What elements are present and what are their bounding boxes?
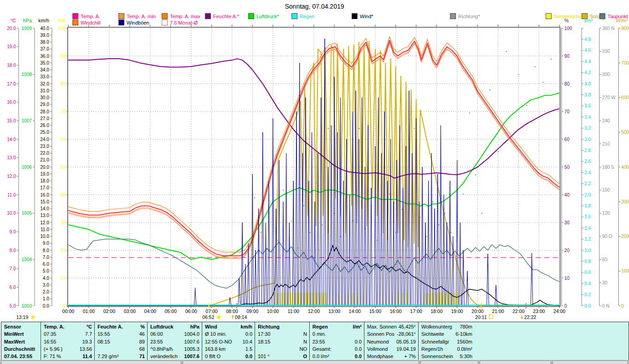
table-row: Ø 10 min.0.0 — [202, 330, 255, 338]
table-cell: % — [140, 323, 145, 331]
svg-text:24:00: 24:00 — [553, 308, 565, 314]
table-col-luftdruck: LuftdruckhPa06:001004.023:551007.6^0.8hP… — [147, 322, 202, 360]
series-solar — [68, 41, 559, 306]
svg-text:40: 40 — [61, 192, 66, 197]
table-row: F: 71 %11.4 — [41, 353, 95, 360]
svg-text:16.0: 16.0 — [40, 192, 49, 197]
table-row: 17:30N — [255, 330, 310, 338]
table-row: 163.8 km1.5 — [202, 345, 255, 353]
svg-text:26.0: 26.0 — [40, 123, 49, 128]
table-cell: 06:00 — [150, 330, 163, 338]
table-col-conditions: Wolkenunterg780mSichtweite6-10kmSchneefa… — [418, 322, 475, 360]
table-row: Vollmond19.04.19 — [364, 345, 419, 353]
table-row: Windkm/h — [202, 323, 255, 331]
table-row: 07.04. 23:55 — [1, 353, 40, 360]
table-row: 0 min. — [310, 330, 364, 338]
svg-text:1.2: 1.2 — [584, 237, 591, 242]
svg-text:12.0: 12.0 — [40, 220, 49, 225]
status-bar-segment — [480, 360, 551, 364]
table-row: Temp. A.°C — [41, 323, 95, 331]
table-cell: 13.56 — [79, 345, 92, 353]
svg-text:4.4: 4.4 — [584, 59, 591, 64]
moonset-icon — [230, 315, 234, 319]
table-row: Regenl/m² — [310, 323, 364, 331]
svg-text:9.0: 9.0 — [43, 241, 49, 246]
table-row: 7.29 g/m³71 — [95, 353, 148, 360]
svg-text:1007: 1007 — [21, 118, 32, 123]
svg-text:18.0: 18.0 — [40, 178, 49, 183]
table-cell: 68 — [139, 345, 145, 353]
sun-marker-label: 20:11 — [475, 314, 487, 320]
svg-text:3.6: 3.6 — [584, 103, 591, 108]
svg-text:80: 80 — [61, 81, 66, 86]
svg-text:20:00: 20:00 — [471, 308, 483, 314]
table-cell: ^0.8hPa/h — [150, 345, 173, 353]
svg-text:3.0: 3.0 — [584, 137, 591, 142]
table-cell: 16:55 — [44, 338, 56, 346]
table-cell: 780m — [460, 323, 472, 331]
status-bar — [0, 360, 629, 364]
table-cell: 23:55 — [312, 338, 325, 346]
table-cell: 07:35 — [44, 330, 56, 338]
table-col-temp: Temp. A.°C07:357.716:5519.3(+ 5.96 )13.5… — [41, 322, 95, 360]
svg-text:600: 600 — [621, 95, 629, 100]
svg-text:90: 90 — [61, 54, 66, 59]
table-row: 16:5519.3 — [41, 338, 95, 346]
table-cell: 101 ° — [258, 353, 270, 360]
svg-text:10:00: 10:00 — [267, 308, 279, 314]
table-cell: Neumond — [367, 338, 389, 346]
svg-text:5.0: 5.0 — [43, 268, 49, 273]
table-row: Max. Sonnen45,425° — [364, 323, 419, 331]
svg-text:120: 120 — [602, 211, 610, 216]
table-cell: O — [303, 353, 307, 360]
svg-text:4.0: 4.0 — [584, 81, 591, 86]
svg-text:04:00: 04:00 — [144, 308, 156, 314]
svg-text:13.0: 13.0 — [40, 213, 49, 218]
table-col-sensor: SensorMinWertMaxWertDurchschnitt07.04. 2… — [1, 322, 40, 360]
svg-text:90 O: 90 O — [602, 234, 612, 239]
table-row: Wolkenunterg780m — [419, 323, 475, 331]
table-cell: 7.7 — [85, 330, 92, 338]
table-row: Neumond05.05.19 — [364, 338, 419, 346]
table-cell: Max. Sonnen — [367, 323, 397, 331]
svg-text:14.0: 14.0 — [7, 137, 16, 142]
table-row: veränderlich1007.6 — [148, 353, 202, 360]
svg-text:01:00: 01:00 — [83, 308, 95, 314]
table-row: 0.0 l/m²0.0 — [310, 353, 364, 360]
table-row: Sonnen Pos-28,061° — [364, 330, 419, 338]
svg-text:13.0: 13.0 — [7, 155, 16, 160]
status-bar-segment — [1, 360, 181, 364]
svg-text:200: 200 — [621, 234, 629, 239]
svg-text:37.0: 37.0 — [40, 46, 49, 51]
svg-text:W/m²: W/m² — [616, 18, 628, 23]
svg-text:36.0: 36.0 — [40, 54, 49, 59]
table-row: Richtung — [255, 323, 310, 331]
svg-text:14:00: 14:00 — [349, 308, 361, 314]
table-row: Gesamt:0.0 — [310, 345, 364, 353]
table-row: Schneefallgr1560m — [419, 338, 475, 346]
table-col-feuchte: Feuchte A.%15:554608:1589687.29 g/m³71 — [94, 322, 148, 360]
svg-text:5.0: 5.0 — [10, 303, 16, 308]
svg-text:11.0: 11.0 — [7, 192, 16, 197]
svg-text:25.0: 25.0 — [40, 130, 49, 135]
svg-text:34.0: 34.0 — [40, 67, 49, 72]
svg-text:1.4: 1.4 — [584, 226, 591, 231]
svg-text:17:00: 17:00 — [410, 308, 422, 314]
table-cell: Feuchte A. — [97, 323, 123, 331]
table-cell: N — [303, 330, 307, 338]
table-row: Regen/1h0.0l/m² — [419, 345, 475, 353]
svg-text:70: 70 — [61, 109, 66, 114]
table-row: NO — [255, 345, 310, 353]
svg-text:11.0: 11.0 — [41, 227, 49, 232]
table-cell: 0.0l/m² — [457, 345, 472, 353]
svg-text:22.0: 22.0 — [40, 151, 49, 156]
svg-text:6.0: 6.0 — [43, 262, 49, 267]
svg-text:100: 100 — [621, 268, 629, 273]
table-cell: Durchschnitt — [4, 345, 35, 353]
svg-text:60: 60 — [61, 137, 66, 142]
svg-text:240: 240 — [602, 118, 610, 123]
table-cell: 1007.6 — [184, 353, 199, 360]
table-cell: Gesamt: — [312, 345, 332, 353]
table-cell: Sichtweite — [421, 330, 444, 338]
svg-text:1.0: 1.0 — [584, 248, 591, 253]
